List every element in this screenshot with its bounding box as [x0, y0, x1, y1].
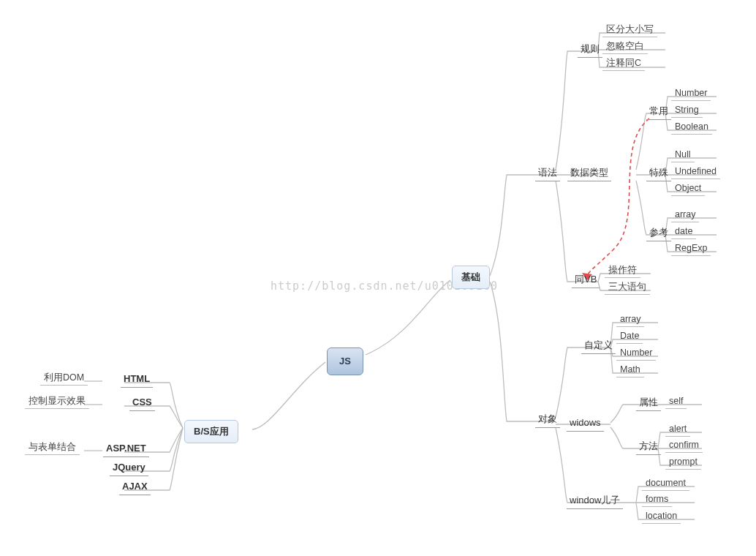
leaf-string: String — [671, 103, 703, 118]
node-method[interactable]: 方法 — [636, 438, 661, 455]
leaf-boolean: Boolean — [671, 120, 712, 135]
node-basics[interactable]: 基础 — [452, 266, 490, 289]
node-css[interactable]: CSS — [129, 394, 155, 411]
mindmap-canvas: http://blog.csdn.net/u010168160 JS 基础 B/… — [0, 0, 756, 556]
leaf-display-note: 控制显示效果 — [25, 394, 89, 409]
root-node-js[interactable]: JS — [327, 348, 363, 375]
node-objects[interactable]: 对象 — [535, 411, 560, 428]
node-attr[interactable]: 属性 — [636, 394, 661, 411]
leaf-document: document — [642, 476, 689, 491]
leaf-dom-note: 利用DOM — [40, 371, 88, 386]
leaf-case-sensitive: 区分大小写 — [602, 23, 657, 37]
leaf-date: date — [671, 225, 696, 239]
leaf-comment-c: 注释同C — [602, 56, 645, 71]
leaf-c-number: Number — [616, 346, 656, 361]
leaf-three-stmts: 三大语句 — [605, 280, 650, 295]
leaf-number: Number — [671, 86, 711, 101]
leaf-array: array — [671, 208, 699, 222]
leaf-prompt: prompt — [665, 455, 701, 470]
node-common[interactable]: 常用 — [646, 103, 671, 120]
leaf-confirm: confirm — [665, 438, 703, 453]
node-rules[interactable]: 规则 — [578, 41, 602, 58]
leaf-null: Null — [671, 148, 695, 162]
node-ref[interactable]: 参考 — [646, 225, 671, 241]
leaf-self: self — [665, 394, 687, 409]
leaf-ignore-space: 忽略空白 — [602, 40, 648, 54]
leaf-forms: forms — [642, 492, 672, 507]
node-samevb[interactable]: 同VB — [572, 271, 600, 288]
leaf-operator: 操作符 — [605, 263, 640, 278]
leaf-form-note: 与表单结合 — [25, 440, 80, 455]
node-html[interactable]: HTML — [121, 371, 153, 388]
node-syntax[interactable]: 语法 — [535, 165, 560, 181]
leaf-location: location — [642, 509, 681, 524]
node-datatypes[interactable]: 数据类型 — [567, 165, 611, 181]
node-ajax[interactable]: AJAX — [119, 478, 151, 495]
leaf-c-math: Math — [616, 363, 644, 377]
node-custom[interactable]: 自定义 — [581, 337, 616, 354]
leaf-undefined: Undefined — [671, 165, 720, 179]
leaf-alert: alert — [665, 422, 690, 437]
leaf-regexp: RegExp — [671, 241, 711, 256]
node-bs-app[interactable]: B/S应用 — [184, 420, 238, 443]
leaf-object: Object — [671, 181, 705, 196]
leaf-c-date: Date — [616, 329, 643, 344]
node-windowson[interactable]: window儿子 — [567, 492, 623, 509]
node-aspnet[interactable]: ASP.NET — [103, 440, 149, 457]
node-widows[interactable]: widows — [567, 415, 604, 432]
node-jquery[interactable]: JQuery — [110, 459, 148, 476]
node-special[interactable]: 特殊 — [646, 165, 671, 181]
leaf-c-array: array — [616, 312, 644, 327]
